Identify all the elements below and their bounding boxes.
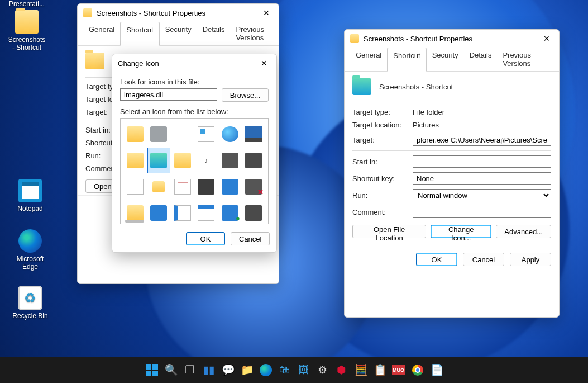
properties-dialog-right: Screenshots - Shortcut Properties ✕ Gene… bbox=[344, 29, 560, 318]
icon-green-folder[interactable] bbox=[148, 148, 170, 173]
run-select[interactable]: Normal window bbox=[413, 189, 551, 201]
start-in-input[interactable] bbox=[413, 155, 551, 168]
tab-security[interactable]: Security bbox=[160, 22, 197, 45]
task-view-icon: ❐ bbox=[184, 364, 196, 376]
icon-video-file[interactable] bbox=[195, 174, 218, 199]
icon-file-path-input[interactable] bbox=[120, 88, 217, 101]
widgets-button[interactable]: ▮▮ bbox=[201, 362, 217, 378]
edge-button[interactable] bbox=[258, 362, 274, 378]
advanced-button[interactable]: Advanced... bbox=[496, 225, 551, 238]
icon-notepad-file[interactable] bbox=[171, 174, 194, 199]
icon-white-file[interactable] bbox=[124, 174, 146, 199]
store-button[interactable]: 🛍 bbox=[277, 362, 293, 378]
icon-window-alt[interactable] bbox=[195, 201, 218, 224]
change-icon-button[interactable]: Change Icon... bbox=[431, 225, 491, 238]
icon-grid[interactable]: ♪ ✕ ● bbox=[120, 118, 269, 224]
chrome-icon bbox=[412, 365, 423, 376]
muo-button[interactable]: MUO bbox=[391, 362, 407, 378]
icon-yellow-folder-3[interactable] bbox=[124, 201, 146, 224]
icon-desktop-pc[interactable] bbox=[243, 122, 265, 146]
icon-music-file[interactable]: ♪ bbox=[195, 148, 218, 173]
label-comment: Comment: bbox=[352, 208, 407, 216]
taskbar: 🔍 ❐ ▮▮ 💬 📁 🛍 🖼 ⚙ ⬢ 🧮 📋 MUO 📄 bbox=[0, 357, 588, 383]
icon-window-check[interactable]: ● bbox=[219, 201, 241, 224]
office-button[interactable]: ⬢ bbox=[334, 362, 350, 378]
desktop-notepad[interactable]: Notepad bbox=[10, 179, 50, 212]
chat-button[interactable]: 💬 bbox=[220, 362, 236, 378]
icon-blue-folder[interactable] bbox=[148, 201, 170, 224]
window-title: Screenshots - Shortcut Properties bbox=[97, 9, 205, 17]
task-view-button[interactable]: ❐ bbox=[182, 362, 198, 378]
icon-yellow-folder-sm[interactable] bbox=[148, 174, 170, 199]
file-explorer-button[interactable]: 📁 bbox=[239, 362, 255, 378]
target-input[interactable] bbox=[413, 134, 551, 146]
titlebar[interactable]: Screenshots - Shortcut Properties ✕ bbox=[78, 4, 279, 22]
photos-button[interactable]: 🖼 bbox=[296, 362, 312, 378]
calculator-button[interactable]: 🧮 bbox=[353, 362, 369, 378]
icon-printer[interactable] bbox=[219, 148, 241, 173]
icon-yellow-folder[interactable] bbox=[124, 122, 146, 146]
tab-general[interactable]: General bbox=[350, 48, 387, 71]
chat-icon: 💬 bbox=[222, 364, 234, 376]
titlebar[interactable]: Screenshots - Shortcut Properties ✕ bbox=[345, 30, 559, 48]
desktop-edge[interactable]: Microsoft Edge bbox=[10, 229, 50, 271]
notes-button[interactable]: 📋 bbox=[372, 362, 388, 378]
shortcut-key-input[interactable] bbox=[413, 172, 551, 185]
tab-security[interactable]: Security bbox=[427, 48, 464, 71]
icon-window[interactable] bbox=[171, 201, 194, 224]
label-target-location: Target location: bbox=[352, 121, 407, 129]
titlebar[interactable]: Change Icon ✕ bbox=[112, 54, 276, 72]
settings-button[interactable]: ⚙ bbox=[315, 362, 331, 378]
tabs: General Shortcut Security Details Previo… bbox=[345, 48, 559, 72]
file-button[interactable]: 📄 bbox=[429, 362, 444, 378]
chrome-button[interactable] bbox=[410, 362, 426, 378]
open-file-location-button[interactable]: Open File Location bbox=[352, 225, 426, 238]
folder-icon: 📁 bbox=[241, 364, 253, 376]
icon-image-file[interactable] bbox=[195, 122, 218, 146]
desktop-screenshots-shortcut[interactable]: Screenshots - Shortcut bbox=[7, 10, 47, 51]
icon-rack[interactable] bbox=[243, 201, 265, 224]
widgets-icon: ▮▮ bbox=[203, 364, 215, 376]
cancel-button[interactable]: Cancel bbox=[463, 253, 504, 266]
presentation-label: Presentati... bbox=[9, 0, 45, 8]
icon-grey-folder[interactable] bbox=[148, 122, 170, 146]
icon-globe[interactable] bbox=[219, 122, 241, 146]
folder-icon bbox=[83, 8, 92, 17]
icon-display[interactable] bbox=[219, 174, 241, 199]
label-shortcut-key: Shortcut key: bbox=[352, 174, 407, 183]
icon-blank[interactable] bbox=[171, 122, 194, 146]
tab-details[interactable]: Details bbox=[197, 22, 231, 45]
icon-yellow-folder-open[interactable] bbox=[124, 148, 146, 173]
store-icon: 🛍 bbox=[279, 364, 291, 376]
cancel-button[interactable]: Cancel bbox=[231, 232, 270, 245]
tab-general[interactable]: General bbox=[83, 22, 120, 45]
apply-button[interactable]: Apply bbox=[510, 253, 551, 266]
tab-shortcut[interactable]: Shortcut bbox=[120, 22, 159, 46]
ok-button[interactable]: OK bbox=[416, 253, 457, 266]
icon-hard-disk[interactable] bbox=[243, 148, 265, 173]
calculator-icon: 🧮 bbox=[355, 364, 367, 376]
edge-icon bbox=[260, 364, 272, 376]
icon-yellow-folder-alt[interactable] bbox=[171, 148, 194, 173]
muo-icon: MUO bbox=[392, 365, 405, 375]
close-button[interactable]: ✕ bbox=[540, 33, 553, 44]
search-button[interactable]: 🔍 bbox=[163, 362, 179, 378]
tab-shortcut[interactable]: Shortcut bbox=[387, 48, 426, 72]
label-target: Target: bbox=[352, 136, 407, 144]
ok-button[interactable]: OK bbox=[186, 232, 225, 245]
value-target-location: Pictures bbox=[413, 121, 551, 129]
label-start-in: Start in: bbox=[352, 158, 407, 166]
desktop-recycle-bin[interactable]: Recycle Bin bbox=[10, 286, 50, 320]
browse-button[interactable]: Browse... bbox=[222, 88, 269, 102]
close-button[interactable]: ✕ bbox=[260, 7, 273, 18]
tab-details[interactable]: Details bbox=[464, 48, 498, 71]
close-button[interactable]: ✕ bbox=[257, 58, 271, 69]
window-title: Screenshots - Shortcut Properties bbox=[364, 35, 472, 43]
comment-input[interactable] bbox=[413, 206, 551, 218]
icon-label: Notepad bbox=[17, 205, 42, 212]
icon-printer-error[interactable]: ✕ bbox=[243, 174, 265, 199]
desktop-presentation-item[interactable]: Presentati... bbox=[7, 0, 47, 8]
tab-previous-versions[interactable]: Previous Versions bbox=[497, 48, 553, 71]
tab-previous-versions[interactable]: Previous Versions bbox=[230, 22, 273, 45]
start-button[interactable] bbox=[144, 362, 160, 378]
